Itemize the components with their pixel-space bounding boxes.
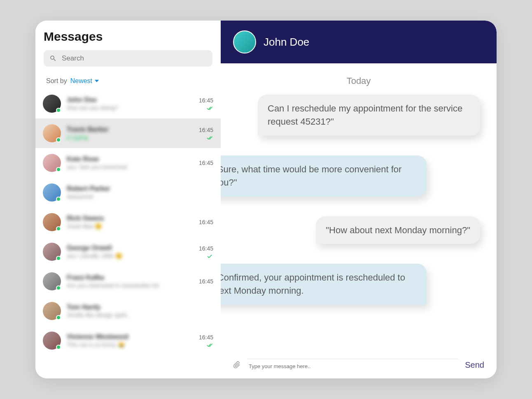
messaging-app: Messages Sort by Newest John DoeHow are …: [35, 21, 497, 378]
online-status-dot: [56, 167, 61, 172]
chat-contact-name: John Doe: [264, 36, 309, 49]
conversation-meta: 16:45: [199, 97, 213, 110]
conversation-preview: Awesome!: [67, 193, 208, 200]
sort-row: Sort by Newest: [35, 72, 221, 89]
conversation-meta: 16:45: [199, 334, 213, 347]
conversation-time: 16:45: [199, 245, 213, 252]
conversation-preview: Good idea 😊: [67, 223, 193, 230]
conversation-time: 16:45: [199, 278, 213, 285]
search-input[interactable]: [62, 54, 207, 63]
conversation-meta: 16:45: [199, 127, 213, 140]
conversation-meta: 16:45: [199, 160, 213, 166]
avatar: [43, 243, 61, 261]
conversation-item[interactable]: Vivienne WestwoodThis cat is so funny 😹1…: [35, 326, 221, 355]
message-incoming: Can I reschedule my appointment for the …: [258, 95, 480, 136]
online-status-dot: [56, 315, 61, 320]
conversation-meta: 16:45: [199, 245, 213, 258]
conversation-text: Franz KafkaAre you interested in insecti…: [67, 274, 193, 289]
conversation-text: Vivienne WestwoodThis cat is so funny 😹: [67, 333, 193, 348]
conversation-item[interactable]: Tom HardySmells like design spirit..: [35, 296, 221, 326]
avatar: [43, 213, 61, 231]
conversation-name: Tom Hardy: [67, 304, 208, 311]
conversation-name: Rick Owens: [67, 215, 193, 222]
conversation-meta: 16:45: [199, 278, 213, 285]
conversation-text: Travis Barkeris typing: [67, 126, 193, 141]
avatar: [43, 332, 61, 350]
conversation-name: Robert Parker: [67, 185, 208, 193]
online-status-dot: [56, 197, 61, 202]
message-incoming: "How about next Monday morning?": [316, 216, 480, 244]
sort-label: Sort by: [46, 77, 67, 85]
double-check-icon: [207, 136, 213, 140]
chevron-down-icon: [95, 79, 99, 83]
messages-container: Can I reschedule my appointment for the …: [237, 95, 480, 325]
attachment-icon[interactable]: [233, 361, 240, 369]
conversation-preview: Are you interested in insecticides for: [67, 282, 193, 289]
sort-value-text: Newest: [70, 77, 92, 85]
online-status-dot: [56, 345, 61, 350]
message-outgoing: "Confirmed, your appointment is reschedu…: [221, 264, 427, 305]
message-outgoing: "Sure, what time would be more convenien…: [221, 155, 427, 197]
avatar: [43, 302, 61, 320]
double-check-icon: [207, 106, 213, 110]
avatar: [233, 30, 256, 53]
sidebar-header: Messages: [35, 21, 221, 72]
conversation-meta: 16:45: [199, 219, 213, 225]
conversation-preview: you: See you tomorrow!: [67, 164, 193, 170]
conversation-time: 16:45: [199, 219, 213, 225]
conversation-text: Rick OwensGood idea 😊: [67, 215, 193, 230]
conversation-text: Robert ParkerAwesome!: [67, 185, 208, 200]
online-status-dot: [56, 256, 61, 261]
conversation-item[interactable]: Rick OwensGood idea 😊16:45: [35, 207, 221, 237]
avatar: [43, 95, 61, 113]
online-status-dot: [56, 137, 61, 142]
chat-header: John Doe: [221, 21, 497, 63]
online-status-dot: [56, 285, 61, 290]
conversation-item[interactable]: John DoeHow are you doing?16:45: [35, 89, 221, 118]
conversation-name: John Doe: [67, 96, 193, 104]
conversation-name: Travis Barker: [67, 126, 193, 133]
conversation-preview: How are you doing?: [67, 104, 193, 111]
conversation-name: Kate Rose: [67, 155, 193, 163]
chat-input-row: Send: [221, 354, 497, 378]
conversation-text: George Orwellyou: Literally 1984 😊: [67, 244, 193, 259]
sort-dropdown[interactable]: Newest: [70, 77, 99, 85]
conversation-item[interactable]: Robert ParkerAwesome!: [35, 178, 221, 207]
conversation-preview: you: Literally 1984 😊: [67, 253, 193, 259]
conversation-item[interactable]: Travis Barkeris typing16:45: [35, 118, 221, 148]
conversation-preview: This cat is so funny 😹: [67, 341, 193, 348]
avatar: [43, 272, 61, 290]
search-box[interactable]: [44, 50, 212, 67]
double-check-icon: [207, 343, 213, 347]
avatar: [43, 183, 61, 202]
conversation-time: 16:45: [199, 334, 213, 341]
conversation-time: 16:45: [199, 160, 213, 166]
chat-panel: John Doe Today Can I reschedule my appoi…: [221, 21, 497, 378]
check-icon: [207, 254, 213, 258]
conversation-text: John DoeHow are you doing?: [67, 96, 193, 111]
conversation-name: George Orwell: [67, 244, 193, 252]
avatar: [43, 124, 61, 142]
avatar: [43, 154, 61, 172]
online-status-dot: [56, 226, 61, 231]
conversation-name: Franz Kafka: [67, 274, 193, 281]
chat-body: Today Can I reschedule my appointment fo…: [221, 63, 497, 354]
online-status-dot: [56, 108, 61, 113]
page-title: Messages: [44, 30, 212, 44]
send-button[interactable]: Send: [465, 360, 484, 370]
date-divider: Today: [237, 76, 480, 86]
conversation-preview: Smells like design spirit..: [67, 312, 208, 318]
sidebar: Messages Sort by Newest John DoeHow are …: [35, 21, 221, 378]
conversation-item[interactable]: Franz KafkaAre you interested in insecti…: [35, 267, 221, 296]
conversation-text: Kate Roseyou: See you tomorrow!: [67, 155, 193, 170]
message-input[interactable]: [247, 359, 458, 371]
conversation-time: 16:45: [199, 127, 213, 133]
conversation-list: John DoeHow are you doing?16:45Travis Ba…: [35, 89, 221, 378]
conversation-item[interactable]: Kate Roseyou: See you tomorrow!16:45: [35, 148, 221, 178]
conversation-item[interactable]: George Orwellyou: Literally 1984 😊16:45: [35, 237, 221, 267]
search-icon: [49, 55, 57, 62]
conversation-preview: is typing: [67, 134, 193, 141]
conversation-text: Tom HardySmells like design spirit..: [67, 304, 208, 318]
conversation-time: 16:45: [199, 97, 213, 104]
conversation-name: Vivienne Westwood: [67, 333, 193, 341]
